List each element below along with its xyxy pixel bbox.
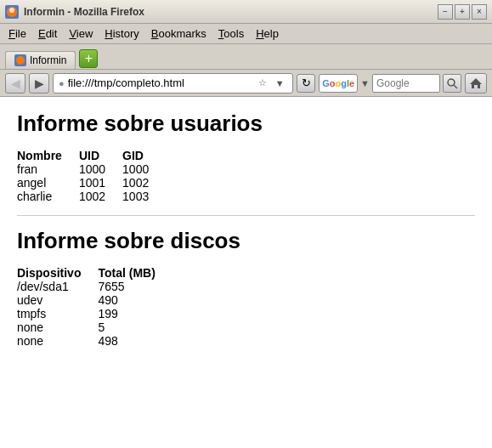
menu-bookmarks[interactable]: Bookmarks — [146, 26, 212, 42]
menu-file[interactable]: File — [3, 26, 31, 42]
table-row: none5 — [17, 320, 172, 334]
google-logo-o2: o — [335, 78, 341, 88]
google-logo-gl: g — [341, 78, 347, 88]
tab-label: Informin — [30, 54, 66, 66]
table-row: udev490 — [17, 293, 172, 307]
address-box: ● file:///tmp/completo.html ☆ ▼ — [53, 73, 293, 94]
titlebar-controls: − + × — [438, 4, 487, 20]
section2-title: Informe sobre discos — [17, 228, 475, 254]
address-actions: ☆ ▼ — [255, 76, 287, 91]
table-cell: 498 — [98, 334, 172, 348]
search-dropdown-icon[interactable]: ▼ — [360, 78, 370, 88]
tabbar: Informin + — [0, 44, 492, 70]
search-icon — [446, 77, 458, 89]
menu-help[interactable]: Help — [251, 26, 284, 42]
menubar: File Edit View History Bookmarks Tools H… — [0, 24, 492, 44]
svg-line-4 — [454, 85, 457, 88]
new-tab-button[interactable]: + — [79, 49, 98, 68]
table-cell: 1000 — [79, 162, 122, 176]
search-input[interactable] — [372, 74, 440, 93]
google-logo-last: e — [349, 78, 354, 88]
location-icon: ● — [59, 78, 65, 88]
users-col-uid: UID — [79, 149, 122, 162]
table-cell: 1003 — [122, 190, 166, 203]
app-icon — [5, 5, 19, 19]
svg-point-1 — [9, 8, 14, 13]
users-col-nombre: Nombre — [17, 149, 79, 162]
tab-favicon — [14, 54, 26, 66]
close-button[interactable]: × — [472, 4, 487, 20]
menu-tools[interactable]: Tools — [213, 26, 249, 42]
addressbar: ◀ ▶ ● file:///tmp/completo.html ☆ ▼ ↻ G … — [0, 70, 492, 97]
menu-edit[interactable]: Edit — [33, 26, 62, 42]
table-cell: fran — [17, 162, 79, 176]
svg-point-3 — [448, 79, 455, 86]
svg-point-2 — [16, 56, 25, 65]
users-table: Nombre UID GID fran10001000angel10011002… — [17, 149, 166, 203]
svg-marker-5 — [470, 78, 482, 88]
google-logo-g: G — [322, 78, 330, 88]
titlebar-left: Informin - Mozilla Firefox — [5, 5, 144, 19]
discos-col-total: Total (MB) — [98, 266, 172, 280]
table-row: none498 — [17, 334, 172, 348]
table-row: /dev/sda17655 — [17, 280, 172, 293]
back-button[interactable]: ◀ — [5, 73, 25, 94]
url-display: file:///tmp/completo.html — [68, 77, 184, 89]
table-cell: none — [17, 334, 98, 348]
section1-title: Informe sobre usuarios — [17, 111, 475, 137]
section-divider — [17, 215, 475, 216]
content-area: Informe sobre usuarios Nombre UID GID fr… — [0, 97, 492, 448]
table-row: charlie10021003 — [17, 190, 166, 203]
forward-button[interactable]: ▶ — [29, 73, 49, 94]
table-cell: udev — [17, 293, 98, 307]
table-cell: tmpfs — [17, 307, 98, 320]
table-row: angel10011002 — [17, 176, 166, 190]
titlebar: Informin - Mozilla Firefox − + × — [0, 0, 492, 24]
refresh-button[interactable]: ↻ — [297, 74, 315, 93]
table-cell: angel — [17, 176, 79, 190]
dropdown-icon[interactable]: ▼ — [272, 76, 287, 91]
discos-col-dispositivo: Dispositivo — [17, 266, 98, 280]
minimize-button[interactable]: − — [438, 4, 453, 20]
home-button[interactable] — [465, 73, 487, 94]
active-tab[interactable]: Informin — [5, 51, 76, 69]
home-icon — [469, 77, 483, 90]
table-cell: 1002 — [79, 190, 122, 203]
menu-view[interactable]: View — [64, 26, 98, 42]
google-logo-o1: o — [330, 78, 336, 88]
table-cell: charlie — [17, 190, 79, 203]
users-col-gid: GID — [122, 149, 166, 162]
window-title: Informin - Mozilla Firefox — [24, 6, 144, 18]
table-row: tmpfs199 — [17, 307, 172, 320]
table-cell: /dev/sda1 — [17, 280, 98, 293]
table-cell: none — [17, 320, 98, 334]
table-cell: 1000 — [122, 162, 166, 176]
bookmark-star-icon[interactable]: ☆ — [255, 76, 270, 91]
table-cell: 199 — [98, 307, 172, 320]
maximize-button[interactable]: + — [455, 4, 470, 20]
table-cell: 490 — [98, 293, 172, 307]
table-cell: 5 — [98, 320, 172, 334]
table-cell: 1002 — [122, 176, 166, 190]
table-cell: 7655 — [98, 280, 172, 293]
table-cell: 1001 — [79, 176, 122, 190]
menu-history[interactable]: History — [99, 26, 144, 42]
discos-table: Dispositivo Total (MB) /dev/sda17655udev… — [17, 266, 172, 348]
search-button[interactable] — [443, 74, 461, 93]
table-row: fran10001000 — [17, 162, 166, 176]
